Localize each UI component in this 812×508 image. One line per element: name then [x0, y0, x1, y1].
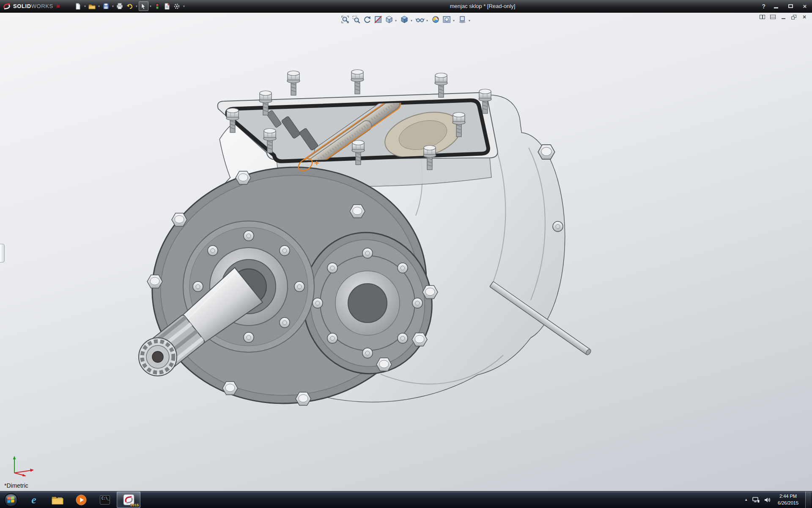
- display-style-cube-icon: [401, 15, 409, 24]
- document-title: menjac sklop * [Read-only]: [450, 3, 516, 9]
- glasses-icon: [416, 15, 425, 24]
- zoom-to-area-button[interactable]: [351, 14, 361, 24]
- network-icon[interactable]: [752, 497, 760, 503]
- view-settings-icon: [458, 15, 466, 24]
- taskbar-file-explorer[interactable]: [46, 491, 69, 508]
- file-properties-icon: [164, 3, 170, 10]
- doc-restore-button[interactable]: [790, 14, 797, 20]
- display-style-button[interactable]: [400, 14, 409, 24]
- view-orientation-cube-icon: [385, 15, 393, 24]
- clock-time: 2:44 PM: [778, 493, 798, 500]
- apply-scene-icon: [442, 15, 451, 24]
- brand-bold: SOLID: [13, 3, 31, 9]
- zoom-to-fit-icon: [341, 15, 349, 24]
- graphics-viewport[interactable]: ▼ ▼ ▼: [0, 12, 812, 491]
- print-icon: [116, 3, 123, 9]
- select-cursor-icon: [140, 3, 146, 10]
- open-button[interactable]: [87, 1, 97, 11]
- brand-mark: [57, 5, 60, 8]
- display-style-dropdown[interactable]: ▼: [410, 19, 413, 22]
- taskbar-clock[interactable]: 2:44 PM 6/26/2015: [776, 493, 801, 506]
- output-cover-boss: [313, 248, 422, 358]
- window-controls: ? ×: [762, 0, 809, 12]
- open-dropdown[interactable]: ▼: [97, 5, 101, 8]
- new-document-icon: [74, 3, 81, 10]
- split-vertical-button[interactable]: [759, 14, 765, 20]
- solidworks-logo-icon: [3, 3, 11, 10]
- section-view-icon: [374, 15, 382, 24]
- rebuild-icon: [155, 3, 160, 10]
- heads-up-view-toolbar: ▼ ▼ ▼: [340, 14, 472, 24]
- media-player-icon: [76, 494, 87, 505]
- options-button[interactable]: [172, 1, 182, 11]
- solidworks-logo: SOLIDWORKS: [0, 3, 63, 10]
- minimize-button[interactable]: [772, 3, 780, 10]
- gearbox-model[interactable]: [0, 12, 812, 491]
- zoom-to-fit-button[interactable]: [340, 14, 350, 24]
- split-horizontal-button[interactable]: [769, 14, 776, 20]
- undo-button[interactable]: [125, 1, 134, 11]
- open-folder-icon: [88, 3, 96, 9]
- undo-arrow-icon: [126, 3, 133, 9]
- new-document-dropdown[interactable]: ▼: [83, 5, 87, 8]
- previous-view-button[interactable]: [362, 14, 372, 24]
- view-orientation-label: *Dimetric: [4, 482, 28, 489]
- save-button[interactable]: [101, 1, 111, 11]
- internet-explorer-icon: e: [31, 494, 36, 506]
- help-icon[interactable]: ?: [762, 3, 765, 10]
- taskbar: e C:\_: [0, 491, 812, 508]
- maximize-button[interactable]: [787, 3, 794, 10]
- options-dropdown[interactable]: ▼: [182, 5, 186, 8]
- zoom-to-area-icon: [352, 15, 360, 24]
- new-document-button[interactable]: [73, 1, 83, 11]
- view-orientation-dropdown[interactable]: ▼: [395, 19, 397, 22]
- edit-appearance-button[interactable]: [431, 14, 441, 24]
- section-view-button[interactable]: [373, 14, 383, 24]
- hide-show-items-button[interactable]: [415, 14, 425, 24]
- show-desktop-button[interactable]: [805, 491, 811, 508]
- windows-orb-icon: [4, 493, 18, 507]
- rebuild-button[interactable]: [153, 1, 162, 11]
- apply-scene-dropdown[interactable]: ▼: [453, 19, 455, 22]
- view-orientation-button[interactable]: [384, 14, 394, 24]
- apply-scene-button[interactable]: [442, 14, 452, 24]
- previous-view-icon: [363, 15, 371, 24]
- undo-dropdown[interactable]: ▼: [134, 5, 139, 8]
- hide-show-items-dropdown[interactable]: ▼: [426, 19, 428, 22]
- reference-triad: [8, 452, 39, 476]
- feature-panel-flyout-tab[interactable]: [0, 244, 5, 262]
- view-settings-dropdown[interactable]: ▼: [468, 19, 471, 22]
- notification-area: ▲ 2:44 PM 6/26/2015: [744, 491, 812, 508]
- clock-date: 6/26/2015: [778, 500, 798, 506]
- save-dropdown[interactable]: ▼: [111, 5, 115, 8]
- file-properties-button[interactable]: [162, 1, 172, 11]
- folder-icon: [52, 495, 63, 505]
- close-button[interactable]: ×: [801, 3, 809, 10]
- desktop: SOLIDWORKS ▼ ▼ ▼: [0, 0, 812, 508]
- taskbar-solidworks[interactable]: 2015: [117, 491, 140, 508]
- print-button[interactable]: [115, 1, 125, 11]
- view-settings-button[interactable]: [458, 14, 467, 24]
- brand-light: WORKS: [31, 3, 53, 9]
- start-button[interactable]: [0, 491, 22, 508]
- command-prompt-icon: C:\_: [100, 495, 110, 505]
- standard-toolbar: ▼ ▼ ▼: [73, 1, 186, 11]
- select-button[interactable]: [139, 1, 148, 11]
- taskbar-command-prompt[interactable]: C:\_: [93, 491, 117, 508]
- title-bar: SOLIDWORKS ▼ ▼ ▼: [0, 0, 812, 13]
- options-gear-icon: [173, 3, 180, 10]
- doc-minimize-button[interactable]: [780, 14, 787, 20]
- taskbar-internet-explorer[interactable]: e: [22, 491, 46, 508]
- select-dropdown[interactable]: ▼: [148, 5, 153, 8]
- show-hidden-icons-button[interactable]: ▲: [744, 498, 748, 502]
- housing-bolt: [553, 221, 563, 232]
- solidworks-version-badge: 2015: [130, 503, 139, 507]
- appearance-ball-icon: [431, 15, 440, 24]
- doc-close-button[interactable]: ×: [801, 14, 808, 20]
- taskbar-media-player[interactable]: [69, 491, 93, 508]
- save-floppy-icon: [103, 3, 109, 9]
- brand-text: SOLIDWORKS: [13, 3, 53, 9]
- volume-icon[interactable]: [764, 497, 771, 503]
- document-window-controls: ×: [759, 14, 808, 20]
